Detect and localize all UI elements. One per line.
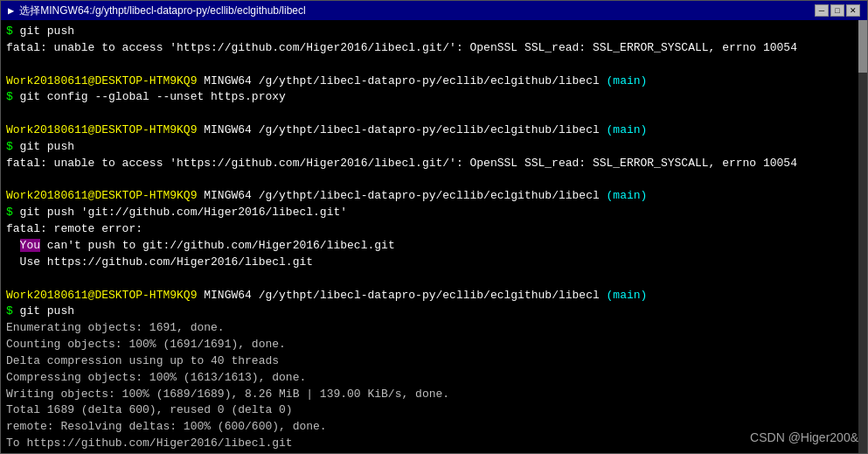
terminal-line: Work20180611@DESKTOP-HTM9KQ9 MINGW64 /g/… — [6, 122, 862, 139]
terminal-line: Work20180611@DESKTOP-HTM9KQ9 MINGW64 /g/… — [6, 188, 862, 205]
title-bar: ▶ 选择MINGW64:/g/ythpt/libecl-datapro-py/e… — [1, 1, 867, 20]
terminal-line: $ git push — [6, 139, 862, 156]
terminal-line — [6, 172, 862, 189]
scrollbar-thumb[interactable] — [858, 20, 867, 73]
terminal-window: ▶ 选择MINGW64:/g/ythpt/libecl-datapro-py/e… — [0, 0, 868, 454]
terminal-line: Delta compression using up to 40 threads — [6, 353, 862, 370]
terminal-line: $ git push — [6, 24, 862, 40]
terminal-line: Use https://github.com/Higer2016/libecl.… — [6, 255, 862, 271]
terminal-line — [6, 271, 862, 288]
window-icon: ▶ — [8, 4, 14, 17]
terminal-line: Enumerating objects: 1691, done. — [6, 320, 862, 337]
title-bar-text: 选择MINGW64:/g/ythpt/libecl-datapro-py/ecl… — [19, 3, 305, 18]
terminal-line: fatal: unable to access 'https://github.… — [6, 156, 862, 172]
terminal-line: You can't push to git://github.com/Higer… — [6, 238, 862, 255]
terminal-line — [6, 57, 862, 73]
terminal-line: Writing objects: 100% (1689/1689), 8.26 … — [6, 387, 862, 403]
maximize-button[interactable]: □ — [830, 4, 844, 17]
terminal-line: 298de5f..f0f7eef main -> main — [6, 452, 862, 453]
terminal-line: Work20180611@DESKTOP-HTM9KQ9 MINGW64 /g/… — [6, 73, 862, 90]
terminal-line: $ git config --global --unset https.prox… — [6, 89, 862, 106]
title-bar-left: ▶ 选择MINGW64:/g/ythpt/libecl-datapro-py/e… — [8, 3, 306, 18]
terminal-output: $ git pushfatal: unable to access 'https… — [6, 24, 862, 453]
terminal-body[interactable]: $ git pushfatal: unable to access 'https… — [1, 20, 867, 453]
terminal-line: Total 1689 (delta 600), reused 0 (delta … — [6, 402, 862, 419]
terminal-line: $ git push — [6, 304, 862, 320]
terminal-line: $ git push 'git://github.com/Higer2016/l… — [6, 205, 862, 221]
terminal-line: Counting objects: 100% (1691/1691), done… — [6, 337, 862, 353]
terminal-line: Work20180611@DESKTOP-HTM9KQ9 MINGW64 /g/… — [6, 288, 862, 304]
terminal-line: remote: Resolving deltas: 100% (600/600)… — [6, 419, 862, 436]
title-bar-controls: ─ □ ✕ — [815, 4, 860, 17]
scrollbar[interactable] — [858, 20, 867, 453]
terminal-line: To https://github.com/Higer2016/libecl.g… — [6, 436, 862, 452]
terminal-line: fatal: unable to access 'https://github.… — [6, 40, 862, 57]
terminal-line: fatal: remote error: — [6, 221, 862, 238]
minimize-button[interactable]: ─ — [815, 4, 829, 17]
close-button[interactable]: ✕ — [846, 4, 860, 17]
watermark: CSDN @Higer200& — [750, 430, 858, 444]
terminal-line: Compressing objects: 100% (1613/1613), d… — [6, 370, 862, 387]
terminal-line — [6, 106, 862, 122]
